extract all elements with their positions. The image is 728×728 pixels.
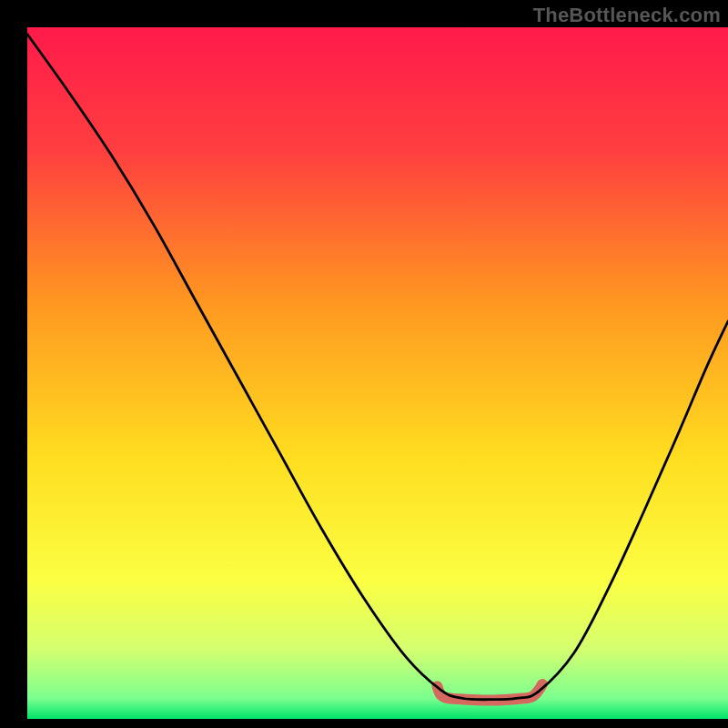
plot-area xyxy=(27,27,728,719)
plot-svg xyxy=(27,27,728,719)
watermark-text: TheBottleneck.com xyxy=(533,4,721,27)
chart-frame: TheBottleneck.com xyxy=(0,0,728,728)
gradient-background xyxy=(27,27,728,719)
